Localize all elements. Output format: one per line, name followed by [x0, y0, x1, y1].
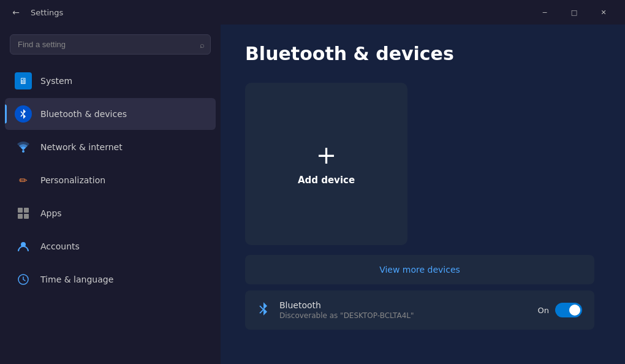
sidebar-item-network[interactable]: Network & internet [5, 131, 216, 163]
sidebar-label-time: Time & language [40, 275, 113, 284]
sidebar-label-network: Network & internet [40, 142, 123, 152]
search-icon: ⌕ [200, 40, 205, 49]
add-device-plus-icon: + [316, 143, 337, 167]
svg-line-8 [260, 309, 263, 313]
view-more-devices-button[interactable]: View more devices [245, 255, 594, 284]
sidebar-item-accounts[interactable]: Accounts [5, 230, 216, 262]
search-box: ⌕ [10, 34, 211, 55]
system-icon: 🖥 [15, 72, 32, 89]
sidebar-item-personalization[interactable]: ✏️ Personalization [5, 164, 216, 196]
svg-rect-4 [24, 214, 29, 219]
sidebar-label-system: System [40, 76, 72, 86]
bluetooth-name: Bluetooth [279, 300, 528, 310]
accounts-icon [15, 238, 32, 255]
svg-point-0 [22, 150, 25, 153]
sidebar: ⌕ 🖥 System Bluetooth & devices [0, 25, 221, 364]
svg-line-7 [260, 306, 263, 309]
bluetooth-discoverable: Discoverable as "DESKTOP-BCLTA4L" [279, 311, 528, 320]
apps-icon [15, 205, 32, 222]
minimize-button[interactable]: ─ [531, 2, 559, 22]
svg-rect-2 [24, 208, 29, 213]
bluetooth-row: Bluetooth Discoverable as "DESKTOP-BCLTA… [245, 290, 594, 330]
sidebar-item-apps[interactable]: Apps [5, 197, 216, 229]
close-button[interactable]: ✕ [589, 2, 618, 22]
sidebar-item-time[interactable]: Time & language [5, 264, 216, 295]
content-area: Bluetooth & devices + Add device View mo… [221, 25, 625, 364]
app-body: ⌕ 🖥 System Bluetooth & devices [0, 25, 625, 364]
sidebar-label-apps: Apps [40, 208, 62, 218]
bluetooth-device-icon [257, 301, 270, 319]
maximize-button[interactable]: □ [560, 2, 588, 22]
time-icon [15, 271, 32, 288]
toggle-knob [569, 305, 580, 316]
bluetooth-toggle[interactable] [555, 303, 582, 317]
svg-rect-1 [18, 208, 23, 213]
bluetooth-controls: On [538, 303, 582, 317]
window-controls: ─ □ ✕ [531, 2, 618, 22]
add-device-label: Add device [298, 175, 355, 186]
sidebar-label-bluetooth: Bluetooth & devices [40, 109, 127, 119]
app-title: Settings [31, 8, 63, 17]
sidebar-item-bluetooth[interactable]: Bluetooth & devices [5, 98, 216, 130]
sidebar-label-personalization: Personalization [40, 175, 105, 185]
add-device-card[interactable]: + Add device [245, 83, 407, 245]
bluetooth-status: On [538, 306, 549, 315]
bluetooth-icon [15, 105, 32, 123]
title-bar-left: ← Settings [7, 4, 531, 21]
svg-rect-3 [18, 214, 23, 219]
back-button[interactable]: ← [7, 4, 25, 21]
title-bar: ← Settings ─ □ ✕ [0, 0, 625, 25]
personalization-icon: ✏️ [15, 172, 32, 189]
sidebar-label-accounts: Accounts [40, 241, 80, 251]
page-title: Bluetooth & devices [245, 43, 600, 64]
search-input[interactable] [10, 34, 211, 55]
sidebar-item-system[interactable]: 🖥 System [5, 65, 216, 97]
bluetooth-info: Bluetooth Discoverable as "DESKTOP-BCLTA… [279, 300, 528, 320]
network-icon [15, 138, 32, 156]
